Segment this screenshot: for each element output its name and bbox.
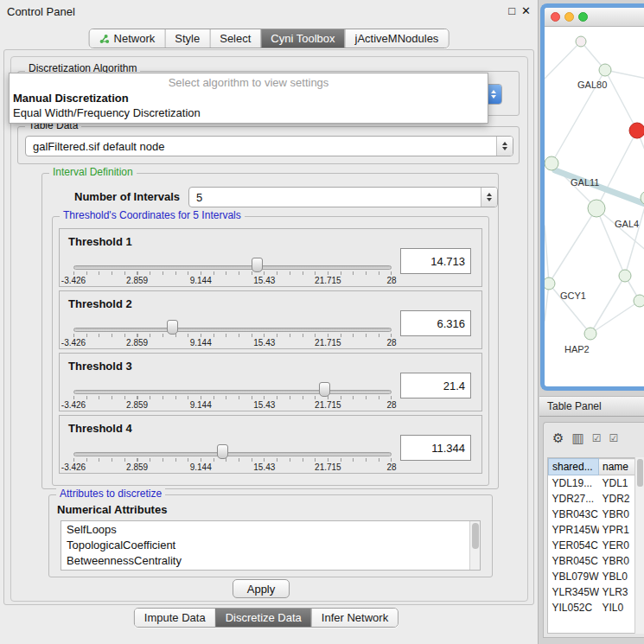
threshold-label: Threshold 3 xyxy=(68,360,132,373)
network-icon xyxy=(99,34,110,44)
combobox-stepper-icon[interactable] xyxy=(481,188,497,207)
scrollbar-thumb[interactable] xyxy=(472,523,479,549)
attribute-list-item[interactable]: TopologicalCoefficient xyxy=(61,537,480,552)
tab-network[interactable]: Network xyxy=(90,29,165,48)
network-node[interactable] xyxy=(634,295,644,307)
network-node[interactable] xyxy=(629,123,644,138)
table-row[interactable]: YDR27...YDR2 xyxy=(549,491,644,507)
slider-track[interactable] xyxy=(73,390,392,394)
slider-track[interactable] xyxy=(73,328,392,332)
column-header-shared-name[interactable]: shared... xyxy=(549,459,599,475)
table-row[interactable]: YPR145WYPR1 xyxy=(549,522,644,538)
section-title: Interval Definition xyxy=(49,166,137,178)
columns-icon[interactable]: ▥ xyxy=(571,430,583,446)
control-panel-titlebar: Control Panel □ ✕ xyxy=(0,0,538,22)
section-title: Attributes to discretize xyxy=(56,488,165,500)
table-scrollbar[interactable] xyxy=(634,457,644,634)
tab-jactivemnodules[interactable]: jActiveMNodules xyxy=(345,29,449,48)
tick-label: 21.715 xyxy=(315,276,341,285)
tick-label: 21.715 xyxy=(315,338,341,348)
tab-select[interactable]: Select xyxy=(209,29,260,48)
table-row[interactable]: YDL19...YDL1 xyxy=(549,475,644,492)
network-node[interactable] xyxy=(599,64,611,76)
threshold-label: Threshold 2 xyxy=(68,297,132,310)
attribute-list-item[interactable]: SelfLoops xyxy=(61,521,480,537)
table-row[interactable]: YBR045CYBR0 xyxy=(549,553,644,569)
network-node[interactable] xyxy=(588,200,605,217)
numerical-attributes-list[interactable]: SelfLoopsTopologicalCoefficientBetweenne… xyxy=(61,520,481,571)
threshold-value: 11.344 xyxy=(431,442,465,455)
slider-thumb[interactable] xyxy=(319,382,330,397)
tick-label: 28 xyxy=(386,462,396,472)
network-node[interactable] xyxy=(545,156,558,170)
combobox-stepper-icon[interactable] xyxy=(496,137,513,156)
network-canvas[interactable]: GAL80GAL11GAL4GCY1HAP2 xyxy=(545,27,644,382)
threshold-slider[interactable]: -3.4262.8599.14415.4321.71528 xyxy=(73,317,392,348)
tab-style[interactable]: Style xyxy=(164,29,209,48)
network-canvas-svg: GAL80GAL11GAL4GCY1HAP2 xyxy=(545,27,644,382)
slider-track[interactable] xyxy=(73,265,392,270)
gear-icon[interactable]: ⚙ xyxy=(552,430,564,446)
float-window-icon[interactable]: □ xyxy=(508,4,515,17)
tick-label: 15.43 xyxy=(253,462,275,472)
apply-button[interactable]: Apply xyxy=(233,579,290,598)
table-panel-window: ⚙ ▥ ☑ ☑ shared... name YDL19...YDL1YDR27… xyxy=(543,422,644,638)
minimize-traffic-light-icon[interactable] xyxy=(564,12,574,22)
tick-label: 9.144 xyxy=(190,338,212,348)
tick-label: -3.426 xyxy=(61,276,86,285)
slider-track[interactable] xyxy=(73,452,392,456)
numerical-attributes-label: Numerical Attributes xyxy=(57,503,167,516)
threshold-value-field[interactable]: 6.316 xyxy=(400,310,471,336)
slider-thumb[interactable] xyxy=(167,320,178,335)
node-table: shared... name YDL19...YDL1YDR27...YDR2Y… xyxy=(547,457,644,634)
threshold-value-field[interactable]: 11.344 xyxy=(400,435,471,461)
select-all-checkbox-icon[interactable]: ☑ xyxy=(592,432,602,444)
table-data-combobox[interactable]: galFiltered.sif default node xyxy=(25,136,513,156)
table-row[interactable]: YBR043CYBR0 xyxy=(549,507,644,522)
table-row[interactable]: YIL052CYIL0 xyxy=(549,600,644,615)
table-header-row: shared... name xyxy=(549,459,644,475)
node-table-body: YDL19...YDL1YDR27...YDR2YBR043CYBR0YPR14… xyxy=(549,475,644,616)
tab-cyni-toolbox[interactable]: Cyni Toolbox xyxy=(260,29,344,48)
network-node[interactable] xyxy=(584,328,596,340)
threshold-slider[interactable]: -3.4262.8599.14415.4321.71528 xyxy=(73,442,392,473)
table-row[interactable]: YER054CYER0 xyxy=(549,538,644,553)
threshold-value-field[interactable]: 21.4 xyxy=(400,373,471,399)
close-traffic-light-icon[interactable] xyxy=(551,12,560,22)
slider-ticks xyxy=(73,396,392,399)
network-node-label: GCY1 xyxy=(560,290,586,301)
tab-impute-data[interactable]: Impute Data xyxy=(135,609,215,627)
tab-infer-network[interactable]: Infer Network xyxy=(311,609,398,627)
section-title: Threshold's Coordinates for 5 Intervals xyxy=(60,209,245,221)
slider-ticks xyxy=(73,271,392,275)
slider-thumb[interactable] xyxy=(217,444,228,459)
zoom-traffic-light-icon[interactable] xyxy=(578,12,588,22)
table-panel-header[interactable]: Table Panel xyxy=(539,396,644,417)
tab-discretize-data[interactable]: Discretize Data xyxy=(215,609,311,627)
close-icon[interactable]: ✕ xyxy=(521,4,531,17)
slider-thumb[interactable] xyxy=(252,258,263,272)
network-node[interactable] xyxy=(619,270,631,282)
window-title: Control Panel xyxy=(7,5,75,18)
num-intervals-combobox[interactable]: 5 xyxy=(188,187,498,207)
threshold-slider[interactable]: -3.4262.8599.14415.4321.71528 xyxy=(73,379,392,411)
threshold-panel: Threshold 1 -3.4262.8599.14415.4321.7152… xyxy=(59,228,482,287)
menu-item-manual-discretization[interactable]: Manual Discretization xyxy=(10,91,488,105)
network-node[interactable] xyxy=(576,36,586,47)
tick-label: -3.426 xyxy=(61,338,86,348)
network-node[interactable] xyxy=(545,277,555,290)
table-row[interactable]: YBL079WYBL0 xyxy=(549,569,644,584)
menu-item-equal-width-frequency[interactable]: Equal Width/Frequency Discretization xyxy=(10,105,488,120)
attribute-list-item[interactable]: BetweennessCentrality xyxy=(61,552,480,568)
tick-label: -3.426 xyxy=(61,400,86,410)
show-selected-checkbox-icon[interactable]: ☑ xyxy=(609,432,618,444)
slider-tick-labels: -3.4262.8599.14415.4321.71528 xyxy=(73,462,392,473)
slider-ticks xyxy=(73,458,392,462)
scrollbar-thumb[interactable] xyxy=(637,459,643,487)
threshold-label: Threshold 1 xyxy=(68,235,132,248)
list-scrollbar[interactable] xyxy=(469,521,480,570)
threshold-value-field[interactable]: 14.713 xyxy=(400,248,471,274)
tab-label: Network xyxy=(114,32,156,45)
table-row[interactable]: YLR345WYLR3 xyxy=(549,584,644,600)
threshold-slider[interactable]: -3.4262.8599.14415.4321.71528 xyxy=(73,255,392,286)
